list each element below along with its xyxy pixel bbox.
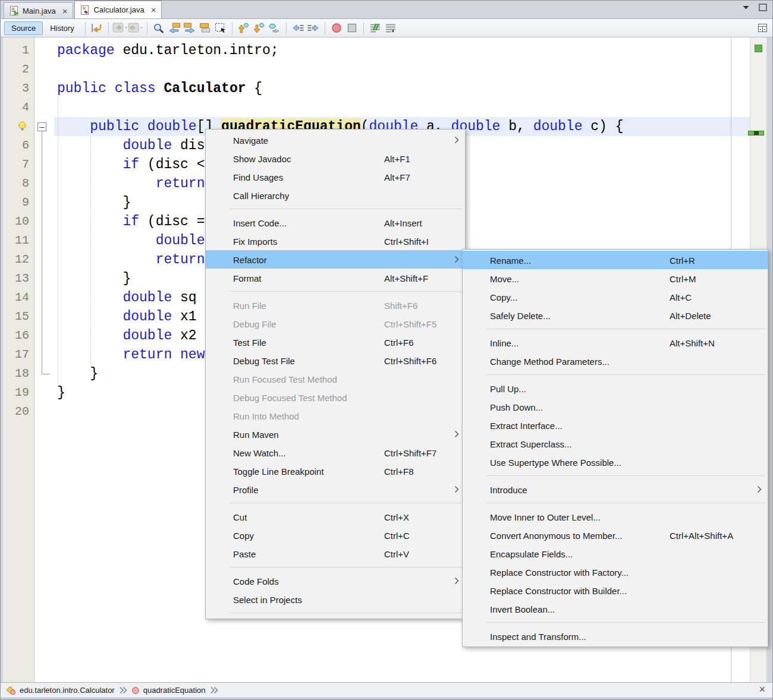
rectangular-selection-icon[interactable] [213,21,228,34]
tab-close-icon[interactable]: × [62,7,68,15]
menu-item-use-supertype-where-possible[interactable]: Use Supertype Where Possible... [463,453,768,471]
menu-item-run-focused-test-method[interactable]: Run Focused Test Method [206,370,465,388]
line-number[interactable]: 3 [3,79,34,98]
menu-item-copy[interactable]: Copy...Alt+C [463,288,768,306]
line-number[interactable]: 7 [3,155,34,174]
jump-forward-icon[interactable] [128,21,143,34]
menu-item-convert-anonymous-to-member[interactable]: Convert Anonymous to Member...Ctrl+Alt+S… [463,526,768,544]
uncomment-lines-icon[interactable] [383,21,398,34]
next-bookmark-icon[interactable] [252,21,267,34]
previous-occurrence-icon[interactable] [166,21,182,34]
line-number[interactable]: 14 [3,288,34,307]
menu-item-insert-code[interactable]: Insert Code...Alt+Insert [206,213,465,232]
line-number[interactable]: 17 [3,345,34,364]
tab-main-java[interactable]: Main.java× [4,2,73,18]
previous-bookmark-icon[interactable] [236,21,252,34]
menu-item-introduce[interactable]: Introduce [463,480,768,499]
breadcrumb-item-edu-tarleton-intro-calculator[interactable]: edu.tarleton.intro.Calculator [6,686,115,695]
shift-line-right-icon[interactable] [306,21,321,34]
menu-item-extract-superclass[interactable]: Extract Superclass... [463,434,768,453]
menu-item-call-hierarchy[interactable]: Call Hierarchy [206,186,465,204]
next-occurrence-icon[interactable] [182,21,197,34]
menu-item-toggle-line-breakpoint[interactable]: Toggle Line BreakpointCtrl+F8 [206,462,465,480]
code-line[interactable]: public class Calculator { [34,79,750,98]
occurrence-stripe-mark[interactable] [748,131,764,135]
menu-item-inline[interactable]: Inline...Alt+Shift+N [463,333,768,352]
menu-item-encapsulate-fields[interactable]: Encapsulate Fields... [463,544,768,563]
menu-item-profile[interactable]: Profile [206,480,465,499]
menu-item-refactor[interactable]: Refactor [206,250,465,269]
menu-item-navigate[interactable]: Navigate [206,131,465,149]
line-number[interactable]: 8 [3,174,34,193]
menu-item-change-method-parameters[interactable]: Change Method Parameters... [463,352,768,370]
tab-close-icon[interactable]: × [151,5,156,14]
menu-item-run-into-method[interactable]: Run Into Method [206,406,465,425]
menu-item-push-down[interactable]: Push Down... [463,398,768,416]
menu-item-copy[interactable]: CopyCtrl+C [206,526,465,544]
menu-item-replace-constructor-with-factory[interactable]: Replace Constructor with Factory... [463,563,768,581]
tab-calculator-java[interactable]: Calculator.java× [74,1,162,18]
menu-item-move[interactable]: Move...Ctrl+M [463,269,768,288]
last-edit-location-icon[interactable] [89,21,105,34]
line-number[interactable]: 13 [3,269,34,288]
stop-macro-recording-icon[interactable] [344,21,360,34]
find-selection-icon[interactable] [151,21,166,34]
menu-item-extract-interface[interactable]: Extract Interface... [463,416,768,434]
menu-item-code-folds[interactable]: Code Folds [206,572,465,590]
code-line[interactable] [34,60,750,79]
menu-item-find-usages[interactable]: Find UsagesAlt+F7 [206,168,465,186]
line-number[interactable]: 2 [3,60,34,79]
menu-item-new-watch[interactable]: New Watch...Ctrl+Shift+F7 [206,443,465,462]
source-view-button[interactable]: Source [4,21,43,35]
line-number[interactable]: 4 [3,98,34,117]
menu-item-debug-focused-test-method[interactable]: Debug Focused Test Method [206,388,465,406]
line-number[interactable]: 6 [3,136,34,155]
menu-item-debug-file[interactable]: Debug FileCtrl+Shift+F5 [206,314,465,333]
line-number[interactable]: 12 [3,250,34,269]
tab-list-caret-icon[interactable] [743,5,749,10]
menu-item-show-javadoc[interactable]: Show JavadocAlt+F1 [206,149,465,168]
maximize-window-icon[interactable] [759,4,767,11]
start-macro-recording-icon[interactable] [329,21,344,34]
menu-item-debug-test-file[interactable]: Debug Test FileCtrl+Shift+F6 [206,351,465,370]
next-bookmark-in-project-icon[interactable] [267,21,282,34]
menu-item-shortcut: Alt+F1 [384,153,410,163]
line-number[interactable]: 18 [3,364,34,383]
menu-item-paste[interactable]: PasteCtrl+V [206,544,465,563]
breadcrumb-close-icon[interactable]: × [759,683,765,696]
menu-item-test-file[interactable]: Test FileCtrl+F6 [206,333,465,351]
menu-item-rename[interactable]: Rename...Ctrl+R [463,251,768,269]
menu-item-invert-boolean[interactable]: Invert Boolean... [463,600,768,618]
menu-item-pull-up[interactable]: Pull Up... [463,379,768,398]
breadcrumb-item-quadraticequation[interactable]: quadraticEquation [131,686,206,695]
menu-item-run-maven[interactable]: Run Maven [206,425,465,443]
line-number[interactable]: 9 [3,193,34,212]
line-number[interactable]: 11 [3,231,34,250]
line-number[interactable]: 20 [3,402,34,421]
menu-item-format[interactable]: FormatAlt+Shift+F [206,269,465,287]
hint-lightbulb-icon[interactable] [17,121,27,131]
menu-item-move-inner-to-outer-level[interactable]: Move Inner to Outer Level... [463,507,768,526]
line-number[interactable]: 15 [3,307,34,326]
menu-item-fix-imports[interactable]: Fix ImportsCtrl+Shift+I [206,232,465,250]
line-number[interactable]: 10 [3,212,34,231]
menu-item-cut[interactable]: CutCtrl+X [206,507,465,526]
fold-collapse-icon[interactable] [37,122,46,131]
code-line[interactable] [34,98,750,117]
jump-back-icon[interactable] [112,21,128,34]
history-view-button[interactable]: History [43,21,81,35]
split-window-icon[interactable] [758,24,767,32]
shift-line-left-icon[interactable] [290,21,306,34]
line-number[interactable]: 19 [3,383,34,402]
comment-lines-icon[interactable] [367,21,383,34]
menu-item-run-file[interactable]: Run FileShift+F6 [206,296,465,314]
menu-item-replace-constructor-with-builder[interactable]: Replace Constructor with Builder... [463,581,768,600]
menu-item-safely-delete[interactable]: Safely Delete...Alt+Delete [463,306,768,324]
code-line[interactable]: package edu.tarleton.intro; [34,41,750,60]
line-number[interactable]: 16 [3,326,34,345]
line-number[interactable]: 1 [3,41,34,60]
menu-item-inspect-and-transform[interactable]: Inspect and Transform... [463,627,768,645]
toggle-highlight-search-icon[interactable] [197,21,213,34]
line-number-gutter[interactable]: 123467891011121314151617181920 [3,37,34,682]
menu-item-select-in-projects[interactable]: Select in Projects [206,590,465,608]
